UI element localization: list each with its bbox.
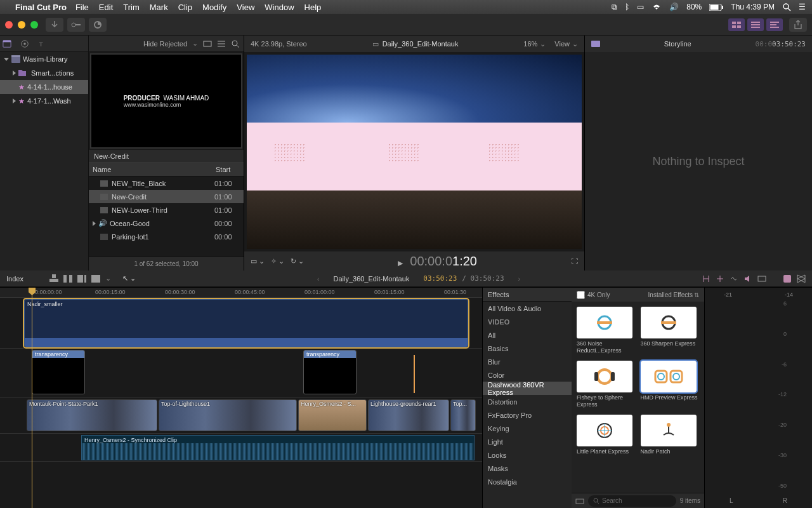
effect-cat[interactable]: Masks — [483, 462, 572, 475]
overwrite-icon[interactable] — [91, 274, 100, 283]
effect-item[interactable]: Fisheye to Sphere Express — [577, 361, 636, 408]
chevron-down-icon[interactable]: ⌄ — [572, 40, 578, 48]
transitions-browser-icon[interactable] — [797, 274, 806, 283]
menu-window[interactable]: Window — [265, 3, 294, 12]
effect-item[interactable]: Nadir Patch — [641, 415, 700, 462]
browser-toggle[interactable] — [728, 18, 745, 31]
photos-icon[interactable] — [20, 39, 29, 48]
dropbox-icon[interactable]: ⧉ — [612, 3, 617, 11]
bg-tasks-button[interactable] — [89, 18, 107, 32]
cat-all-va[interactable]: All Video & Audio — [483, 302, 572, 315]
library-root[interactable]: Wasim-Library — [0, 52, 88, 66]
battery-icon[interactable] — [709, 4, 723, 11]
video-clip[interactable]: Lighthouse-grounds-rear1 — [368, 399, 449, 431]
video-clip[interactable]: Montauk-Point-State-Park1 — [27, 399, 157, 431]
effect-cat[interactable]: Color — [483, 368, 572, 382]
share-button[interactable] — [789, 18, 807, 32]
tl-back[interactable]: ‹ — [317, 275, 320, 283]
clock[interactable]: Thu 4:39 PM — [731, 3, 775, 11]
app-name[interactable]: Final Cut Pro — [15, 3, 67, 12]
col-name[interactable]: Name — [89, 166, 212, 173]
thumb-size-icon[interactable] — [575, 497, 584, 505]
screen-share-icon[interactable]: ▭ — [637, 3, 644, 11]
effects-browser-icon[interactable] — [783, 274, 792, 283]
transform-menu[interactable]: ▭ ⌄ — [251, 257, 265, 265]
clip-row[interactable]: NEW-Lower-Third01:00 — [89, 203, 244, 217]
filmstrip-icon[interactable] — [203, 39, 212, 48]
close-button[interactable] — [5, 21, 13, 29]
effect-cat[interactable]: Distortion — [483, 395, 572, 408]
clip-row[interactable]: Parking-lot100:00 — [89, 230, 244, 243]
lib-event-selected[interactable]: ★ 4-14-1...house — [0, 80, 88, 94]
skim-icon[interactable] — [716, 274, 724, 283]
list-icon[interactable] — [217, 39, 226, 48]
transparency-clip[interactable]: transparency — [303, 350, 357, 394]
transparency-clip[interactable]: transparency — [32, 350, 85, 394]
installed-filter[interactable]: Installed Effects — [648, 291, 693, 298]
spotlight-icon[interactable] — [782, 3, 791, 11]
volume-icon[interactable]: 🔊 — [669, 3, 679, 11]
chevron-down-icon[interactable]: ⌄ — [540, 40, 546, 48]
fullscreen-button[interactable] — [30, 21, 38, 29]
marker[interactable] — [414, 355, 415, 393]
import-button[interactable] — [46, 18, 63, 32]
lib-smart[interactable]: Smart...ctions — [0, 66, 88, 80]
clip-row[interactable]: New-Credit01:00 — [89, 190, 244, 203]
inspector-toggle[interactable] — [766, 18, 783, 31]
append-icon[interactable] — [77, 274, 86, 283]
effect-cat[interactable]: Blur — [483, 355, 572, 368]
connect-icon[interactable] — [49, 274, 58, 283]
effects-search[interactable]: Search — [588, 495, 676, 507]
search-icon[interactable] — [231, 39, 240, 48]
audio-skim-icon[interactable] — [730, 274, 738, 283]
effect-cat[interactable]: Nostalgia — [483, 475, 572, 488]
retime-menu[interactable]: ↻ ⌄ — [291, 257, 304, 265]
timeline[interactable]: 00:00:00:00 00:00:15:00 00:00:30:00 00:0… — [0, 288, 482, 508]
bluetooth-icon[interactable]: ᛒ — [625, 3, 629, 11]
menu-modify[interactable]: Modify — [202, 3, 226, 12]
select-tool[interactable]: ↖ ⌄ — [122, 274, 136, 283]
clip-row[interactable]: NEW_Title_Black01:00 — [89, 177, 244, 190]
crop-menu[interactable]: ✧ ⌄ — [271, 257, 284, 265]
browser-thumbnail[interactable]: PRODUCER WASIM AHMAD www.wasimonline.com — [90, 53, 242, 149]
play-button[interactable]: ▶ — [398, 259, 403, 267]
wifi-icon[interactable] — [652, 3, 662, 11]
title-clip[interactable]: Nadir_smaller — [24, 299, 468, 347]
view-menu[interactable]: View — [554, 40, 570, 48]
clip-row[interactable]: 🔊Ocean-Good00:00 — [89, 217, 244, 230]
effect-cat[interactable]: Light — [483, 435, 572, 448]
playhead[interactable] — [32, 288, 32, 508]
4k-only-checkbox[interactable] — [577, 291, 585, 299]
fullscreen-icon[interactable]: ⛶ — [571, 257, 578, 265]
chevron-down-icon[interactable]: ⌄ — [192, 39, 198, 48]
viewer-canvas[interactable] — [244, 52, 584, 251]
effect-cat[interactable]: Basics — [483, 342, 572, 355]
info-icon[interactable] — [591, 39, 600, 48]
menu-edit[interactable]: Edit — [99, 3, 113, 12]
timeline-ruler[interactable]: 00:00:00:00 00:00:15:00 00:00:30:00 00:0… — [0, 288, 482, 298]
index-button[interactable]: Index — [6, 275, 44, 283]
menu-clip[interactable]: Clip — [178, 3, 192, 12]
effect-item[interactable]: 360 Noise Reducti...Express — [577, 307, 636, 354]
menu-file[interactable]: File — [75, 3, 89, 12]
menu-view[interactable]: View — [237, 3, 254, 12]
timeline-toggle[interactable] — [747, 18, 764, 31]
menu-mark[interactable]: Mark — [150, 3, 168, 12]
notification-icon[interactable]: ☰ — [799, 3, 806, 11]
clip-appearance-icon[interactable] — [757, 274, 766, 283]
solo-icon[interactable] — [743, 274, 752, 283]
hide-rejected[interactable]: Hide Rejected — [143, 40, 187, 48]
effect-item[interactable]: 360 Sharpen Express — [641, 307, 700, 354]
effect-cat[interactable]: Dashwood 360VR Express — [483, 382, 572, 395]
lib-event[interactable]: ★ 4-17-1...Wash — [0, 94, 88, 108]
tl-fwd[interactable]: › — [518, 275, 521, 283]
effect-item[interactable]: Little Planet Express — [577, 415, 636, 462]
effect-item[interactable]: HMD Preview Express — [641, 361, 700, 408]
effect-cat[interactable]: FxFactory Pro — [483, 408, 572, 422]
zoom-level[interactable]: 16% — [523, 40, 537, 48]
video-clip[interactable]: Top... — [450, 399, 476, 431]
insert-icon[interactable] — [63, 274, 72, 283]
menu-help[interactable]: Help — [304, 3, 322, 12]
snap-icon[interactable] — [702, 274, 710, 283]
col-start[interactable]: Start — [212, 166, 244, 173]
